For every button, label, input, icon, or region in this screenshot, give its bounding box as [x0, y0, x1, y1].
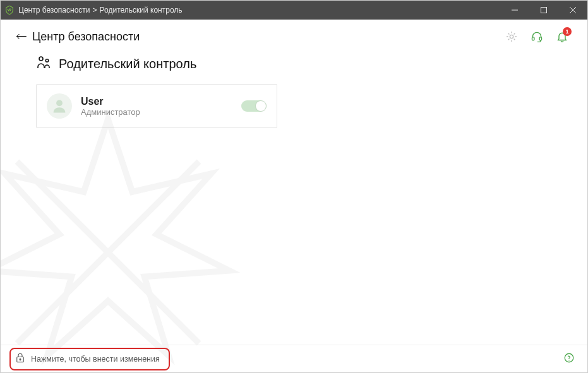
breadcrumb-current: Родительский контроль: [100, 6, 183, 15]
breadcrumb-root[interactable]: Центр безопасности: [18, 6, 90, 15]
support-button[interactable]: [531, 30, 543, 43]
gear-icon: [505, 30, 518, 43]
svg-rect-1: [541, 8, 547, 13]
back-arrow-icon: 🡐: [16, 31, 27, 42]
svg-rect-5: [532, 37, 534, 40]
svg-point-16: [568, 360, 569, 360]
svg-point-4: [510, 35, 513, 38]
svg-rect-6: [539, 37, 541, 40]
notification-badge: 1: [563, 27, 572, 36]
top-row: 🡐 Центр безопасности: [1, 20, 587, 54]
svg-point-7: [39, 57, 43, 61]
minimize-button[interactable]: [500, 1, 529, 20]
back-button[interactable]: 🡐 Центр безопасности: [16, 30, 140, 44]
user-card[interactable]: User Администратор: [36, 84, 277, 128]
user-role: Администратор: [81, 107, 232, 117]
watermark-logo: [0, 101, 260, 373]
svg-line-11: [17, 162, 199, 343]
window-controls: [500, 1, 587, 20]
unlock-label: Нажмите, чтобы внести изменения: [31, 355, 160, 364]
svg-line-10: [17, 162, 199, 343]
svg-point-9: [56, 100, 63, 106]
headset-icon: [531, 30, 543, 43]
notifications-button[interactable]: 1: [556, 30, 568, 43]
svg-point-8: [45, 59, 48, 62]
close-button[interactable]: [558, 1, 587, 20]
maximize-button[interactable]: [529, 1, 558, 20]
settings-button[interactable]: [505, 30, 518, 43]
page-title: Родительский контроль: [59, 57, 196, 71]
toggle-knob: [256, 101, 266, 111]
back-label: Центр безопасности: [32, 30, 140, 44]
help-icon: [563, 355, 575, 365]
unlock-button[interactable]: Нажмите, чтобы внести изменения: [9, 348, 170, 370]
app-window: Центр безопасности > Родительский контро…: [0, 0, 588, 373]
page-heading: Родительский контроль: [1, 54, 587, 84]
user-name: User: [81, 96, 232, 107]
app-logo-icon: [1, 5, 18, 15]
lock-icon: [15, 352, 26, 366]
titlebar: Центр безопасности > Родительский контро…: [1, 1, 587, 20]
breadcrumb-separator: >: [93, 6, 97, 15]
help-button[interactable]: [563, 352, 575, 366]
user-toggle[interactable]: [241, 100, 267, 112]
svg-point-13: [20, 358, 21, 360]
avatar: [47, 93, 72, 119]
bottom-bar: Нажмите, чтобы внести изменения: [1, 345, 587, 372]
parental-control-icon: [36, 55, 51, 73]
